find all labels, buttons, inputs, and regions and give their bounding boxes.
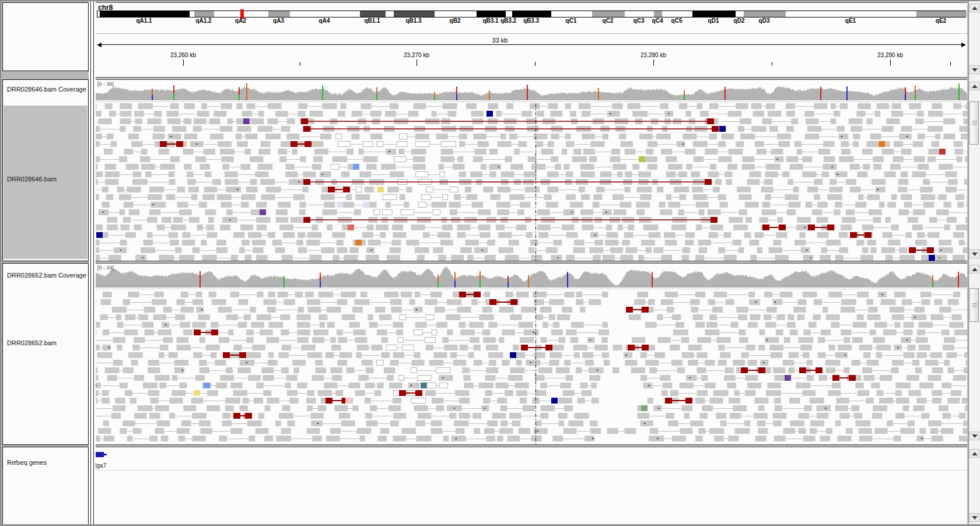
ruler-minor-tick xyxy=(950,62,951,66)
locus-panel-row: chr8 qA1.1qA1.2qA2qA3qA4qB1.1qB1.3qB2qB3… xyxy=(1,2,980,78)
track-name-panel-drr028646: DRR028646.bam Coverage DRR028646.bam xyxy=(2,79,89,261)
cytoband-label: qB1.1 xyxy=(364,17,380,24)
cytoband[interactable] xyxy=(551,11,592,17)
ruler-major-tick xyxy=(653,59,654,66)
cytoband[interactable] xyxy=(290,11,360,17)
down-arrow-icon xyxy=(972,68,978,72)
refseq-name-panel: Refseq genes xyxy=(2,447,89,525)
ruler-arrow xyxy=(98,44,963,45)
cytoband-label: qD1 xyxy=(708,17,719,24)
cytoband-label: qA1.2 xyxy=(195,17,211,24)
cytoband[interactable] xyxy=(194,11,214,17)
cytoband-label: qA3 xyxy=(273,17,284,24)
cytoband[interactable] xyxy=(360,11,386,17)
scroll-down-button[interactable] xyxy=(970,513,979,522)
up-arrow-icon xyxy=(972,452,978,455)
track-row-drr028652: DRR028652.bam Coverage DRR028652.bam [0 … xyxy=(1,263,980,445)
cytoband-label: qB3.3 xyxy=(523,17,539,24)
ruler-arrowhead-left-icon xyxy=(97,43,102,47)
ruler-tick-label: 23,290 kb xyxy=(877,52,903,58)
scroll-up-button[interactable] xyxy=(970,265,979,273)
coverage-track-name[interactable]: DRR028652.bam Coverage xyxy=(7,272,86,279)
cytoband[interactable] xyxy=(744,11,786,17)
cytoband[interactable] xyxy=(625,11,654,17)
refseq-data-panel[interactable]: Golga7 xyxy=(96,447,967,525)
cytoband-label: qC4 xyxy=(652,17,663,24)
cytoband[interactable] xyxy=(190,11,194,17)
cytoband[interactable] xyxy=(268,11,290,17)
gene-exon-box[interactable] xyxy=(96,452,104,457)
scroll-down-button[interactable] xyxy=(970,432,979,440)
refseq-track-name[interactable]: Refseq genes xyxy=(7,459,47,466)
selected-track-highlight[interactable]: DRR028646.bam xyxy=(4,106,88,259)
cytoband-label: qE2 xyxy=(936,17,946,24)
down-arrow-icon xyxy=(972,253,978,256)
scrollbar-column xyxy=(968,1,980,525)
thumb-grip-icon xyxy=(972,303,977,308)
scroll-down-button[interactable] xyxy=(970,65,979,74)
track-data-panel-drr028646[interactable]: [0 - 36] xyxy=(96,79,967,261)
ruler-minor-tick xyxy=(535,62,536,66)
ruler-divider xyxy=(96,33,967,34)
cytoband[interactable] xyxy=(916,11,967,17)
scroll-up-button[interactable] xyxy=(970,449,979,458)
cytoband-label: qD2 xyxy=(734,17,745,24)
cytoband[interactable] xyxy=(512,11,551,17)
ruler-major-tick xyxy=(183,59,184,66)
scroll-up-button[interactable] xyxy=(970,3,979,12)
cytoband-label: qC5 xyxy=(671,17,682,24)
alignment-canvas-drr028646[interactable] xyxy=(96,80,967,261)
cytoband[interactable] xyxy=(692,11,736,17)
alignment-track-name[interactable]: DRR028652.bam xyxy=(7,339,57,346)
alignment-canvas-drr028652[interactable] xyxy=(96,264,967,445)
cytoband-label: qC2 xyxy=(603,17,614,24)
track-data-panel-drr028652[interactable]: [0 - 34] xyxy=(96,263,967,445)
ruler-minor-tick xyxy=(772,62,772,66)
locus-data-panel[interactable]: chr8 qA1.1qA1.2qA2qA3qA4qB1.1qB1.3qB2qB3… xyxy=(96,2,967,78)
gene-row-divider xyxy=(96,470,967,471)
track-row-drr028646: DRR028646.bam Coverage DRR028646.bam [0 … xyxy=(1,79,980,261)
down-arrow-icon xyxy=(972,516,978,520)
cytoband[interactable] xyxy=(477,11,506,17)
ruler-span-label: 33 kb xyxy=(489,37,512,44)
cytoband-label: qA4 xyxy=(319,17,330,24)
up-arrow-icon xyxy=(972,268,978,271)
cytoband[interactable] xyxy=(386,11,394,17)
gene-exon-tail xyxy=(104,454,107,455)
coverage-track-name[interactable]: DRR028646.bam Coverage xyxy=(7,86,86,93)
down-arrow-icon xyxy=(972,434,978,438)
igv-window: chr8 qA1.1qA1.2qA2qA3qA4qB1.1qB1.3qB2qB3… xyxy=(0,0,980,526)
thumb-grip-icon xyxy=(972,121,977,126)
cytoband-label: qB1.3 xyxy=(405,17,421,24)
cytoband-label: qA1.1 xyxy=(136,17,152,24)
track-name-panel-drr028652: DRR028652.bam Coverage DRR028652.bam xyxy=(2,263,89,445)
gene-label: Golga7 xyxy=(96,462,106,469)
ruler-tick-label: 23,270 kb xyxy=(404,52,429,58)
scroll-down-button[interactable] xyxy=(970,250,979,258)
scrollbar-thumb[interactable] xyxy=(970,101,979,145)
ruler-arrowhead-right-icon xyxy=(961,43,966,47)
cytoband[interactable] xyxy=(786,11,916,17)
coverage-range-label: [0 - 36] xyxy=(97,81,114,87)
chromosome-ideogram[interactable] xyxy=(97,10,966,17)
scrollbar-thumb[interactable] xyxy=(970,288,979,322)
cytoband-label: qC3 xyxy=(634,17,645,24)
up-arrow-icon xyxy=(972,6,978,10)
alignment-track-name[interactable]: DRR028646.bam xyxy=(7,176,57,183)
cytoband-label: qB2 xyxy=(450,17,461,24)
up-arrow-icon xyxy=(972,85,978,88)
cytoband-label: qC1 xyxy=(566,17,577,24)
cytoband[interactable] xyxy=(435,11,477,17)
cytoband[interactable] xyxy=(506,11,512,17)
ruler-minor-tick xyxy=(300,62,300,66)
cytoband[interactable] xyxy=(662,11,692,17)
cytoband-label: qB3.2 xyxy=(501,17,516,24)
cytoband-label: qA2 xyxy=(235,17,246,24)
cytoband[interactable] xyxy=(100,11,190,17)
cytoband[interactable] xyxy=(736,11,744,17)
ruler-tick-label: 23,260 kb xyxy=(170,52,196,58)
cytoband[interactable] xyxy=(654,11,662,17)
cytoband[interactable] xyxy=(394,11,435,17)
scroll-up-button[interactable] xyxy=(970,82,979,90)
cytoband[interactable] xyxy=(592,11,625,17)
